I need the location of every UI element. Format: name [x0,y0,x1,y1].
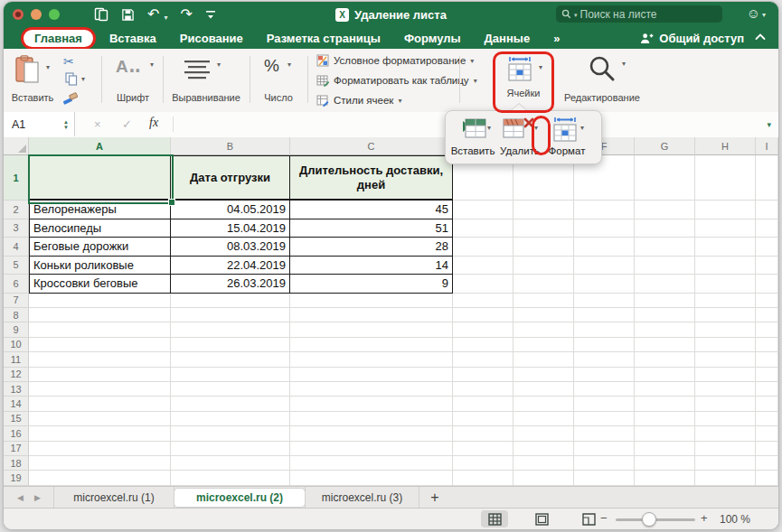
cell-B14[interactable] [171,397,290,411]
cell-A18[interactable] [29,456,171,471]
cell-I8[interactable] [756,308,778,322]
cell-B9[interactable] [171,322,290,337]
tab-6[interactable]: » [542,30,570,47]
cell-D17[interactable] [453,442,513,456]
row-header-12[interactable]: 12 [4,368,29,382]
font-dropdown-icon[interactable]: ▾ [150,61,154,69]
cell-D11[interactable] [453,352,513,367]
cell-H4[interactable] [695,238,756,257]
paste-icon[interactable] [14,55,42,86]
redo-icon[interactable]: ↷ [180,5,192,24]
cell-I17[interactable] [756,442,778,456]
cell-D8[interactable] [453,308,513,322]
cell-E19[interactable] [513,471,574,485]
cell-D16[interactable] [453,426,513,441]
cell-H19[interactable] [695,471,756,485]
row-header-6[interactable]: 6 [4,275,29,294]
cell-I2[interactable] [756,201,778,219]
cell-G15[interactable] [635,412,695,426]
cell-C5[interactable]: 14 [290,257,453,275]
cell-H7[interactable] [695,294,756,308]
cell-C15[interactable] [290,412,453,426]
cell-E7[interactable] [513,294,574,308]
cell-F8[interactable] [574,308,635,322]
cell-C1[interactable]: Длительность доставки, дней [290,155,453,201]
cell-B1[interactable]: Дата отгрузки [171,155,290,201]
cell-D10[interactable] [453,338,513,352]
number-group-icon[interactable]: % [264,56,279,76]
cell-B10[interactable] [171,338,290,352]
cut-icon[interactable]: ✂ [63,54,74,69]
row-header-13[interactable]: 13 [4,382,29,397]
share-button[interactable]: Общий доступ [640,27,744,49]
cell-F4[interactable] [574,238,635,257]
spreadsheet-grid[interactable]: ABCDEFGHI1Дата отгрузкиДлительность дост… [4,137,778,486]
cell-D6[interactable] [453,275,513,294]
cell-H10[interactable] [695,338,756,352]
cell-E13[interactable] [513,382,574,397]
cell-B17[interactable] [171,442,290,456]
cell-A12[interactable] [29,368,171,382]
cell-I13[interactable] [756,382,778,397]
cell-A17[interactable] [29,442,171,456]
cell-C10[interactable] [290,338,453,352]
tab-2[interactable]: Рисование [169,30,254,47]
cell-I1[interactable] [756,155,778,201]
cell-G17[interactable] [635,442,695,456]
confirm-entry-icon[interactable]: ✓ [122,117,132,131]
cell-I10[interactable] [756,338,778,352]
name-box-stepper[interactable]: ▲ ▼ [63,119,74,130]
cell-I11[interactable] [756,352,778,367]
cell-H2[interactable] [695,201,756,219]
cell-I16[interactable] [756,426,778,441]
cell-F11[interactable] [574,352,635,367]
cell-I15[interactable] [756,412,778,426]
cell-E11[interactable] [513,352,574,367]
cell-E16[interactable] [513,426,574,441]
cell-E2[interactable] [513,201,574,219]
row-header-14[interactable]: 14 [4,397,29,411]
search-field[interactable]: ▾ Поиск на листе [556,5,722,23]
page-layout-view-button[interactable] [528,510,555,527]
paste-dropdown-icon[interactable]: ▾ [46,63,50,71]
name-box[interactable]: A1 ▲ ▼ [4,112,75,136]
cancel-entry-icon[interactable]: × [94,117,101,131]
cell-B16[interactable] [171,426,290,441]
cell-B7[interactable] [171,294,290,308]
normal-view-button[interactable] [481,510,508,527]
cell-A10[interactable] [29,338,171,352]
cell-A2[interactable]: Велоренажеры [29,201,171,219]
column-header-G[interactable]: G [635,137,695,155]
cell-H1[interactable] [695,155,756,201]
cells-group-icon[interactable] [506,56,533,81]
menu-delete-button[interactable]: ▾ Удалить [496,117,543,144]
cell-E8[interactable] [513,308,574,322]
cell-D15[interactable] [453,412,513,426]
row-header-15[interactable]: 15 [4,412,29,426]
cell-I7[interactable] [756,294,778,308]
cell-G16[interactable] [635,426,695,441]
cell-D13[interactable] [453,382,513,397]
cell-A15[interactable] [29,412,171,426]
sheet-tab-3[interactable]: microexcel.ru (3) [305,487,419,509]
cell-C12[interactable] [290,368,453,382]
cell-H3[interactable] [695,219,756,238]
cell-C8[interactable] [290,308,453,322]
cell-A5[interactable]: Коньки роликовые [29,257,171,275]
cell-H13[interactable] [695,382,756,397]
format-as-table-button[interactable]: Форматировать как таблицу ▾ [316,74,477,87]
row-header-7[interactable]: 7 [4,294,29,308]
cells-dropdown-icon[interactable]: ▾ [539,63,542,71]
cell-H9[interactable] [695,322,756,337]
cell-E15[interactable] [513,412,574,426]
zoom-slider-thumb[interactable] [642,512,656,527]
cell-C4[interactable]: 28 [290,238,453,257]
zoom-in-icon[interactable]: + [701,511,708,525]
search-scope-dropdown-icon[interactable]: ▾ [574,12,578,19]
cell-F7[interactable] [574,294,635,308]
cell-F5[interactable] [574,257,635,275]
menu-format-button[interactable]: ▾ Формат [543,117,590,145]
zoom-button[interactable] [49,9,60,20]
cell-B8[interactable] [171,308,290,322]
menu-format-dropdown-icon[interactable]: ▾ [580,124,584,132]
